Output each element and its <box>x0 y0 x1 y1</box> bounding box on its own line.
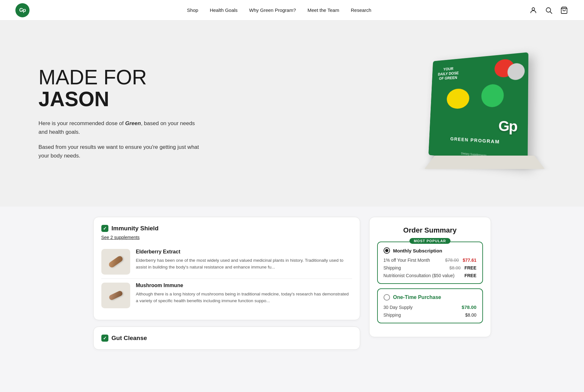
monthly-row-3-label: Nutritionist Consultation ($50 value) <box>384 273 455 278</box>
elderberry-capsule-icon <box>108 255 124 268</box>
hero-desc-2: Based from your results we want to ensur… <box>38 143 205 160</box>
gut-cleanse-title: Gut Cleanse <box>112 335 147 342</box>
monthly-row-2: Shipping $8.00 FREE <box>384 265 477 270</box>
monthly-plan-header: Monthly Subscription <box>384 247 477 254</box>
elderberry-name: Elderberry Extract <box>136 249 352 255</box>
onetime-radio[interactable] <box>384 294 390 301</box>
monthly-row-2-label: Shipping <box>384 265 401 270</box>
onetime-row-1: 30 Day Supply $78.00 <box>384 304 477 310</box>
product-box: YOURDAILY DOSEOF GREEN Gp GREEN PROGRAM … <box>428 52 529 165</box>
box-brand-name: GREEN PROGRAM <box>450 136 500 145</box>
order-summary: Order Summary MOST POPULAR Monthly Subsc… <box>369 217 491 337</box>
monthly-row-1-prices: $78.00 $77.61 <box>445 258 477 263</box>
immunity-shield-title: Immunity Shield <box>112 225 159 232</box>
onetime-row-1-price: $78.00 <box>462 304 477 310</box>
onetime-row-2-label: Shipping <box>384 312 401 318</box>
immunity-shield-card: Immunity Shield See 2 supplements Elderb… <box>93 217 360 320</box>
header-icons <box>529 6 569 15</box>
elderberry-item: Elderberry Extract Elderberry has been o… <box>101 245 352 278</box>
cart-icon[interactable] <box>560 6 569 15</box>
mushroom-capsule-icon <box>108 290 123 301</box>
box-logo: Gp <box>498 118 517 135</box>
logo[interactable]: Gp <box>15 3 30 17</box>
onetime-row-1-label: 30 Day Supply <box>384 305 413 310</box>
gut-cleanse-checkbox[interactable] <box>101 335 108 342</box>
product-shadow <box>424 156 545 169</box>
svg-line-2 <box>550 12 552 13</box>
monthly-shipping-free: FREE <box>464 265 476 270</box>
account-icon[interactable] <box>529 6 538 15</box>
monthly-plan-name: Monthly Subscription <box>393 248 442 253</box>
onetime-plan[interactable]: One-Time Purchase 30 Day Supply $78.00 S… <box>377 288 483 323</box>
immunity-shield-header: Immunity Shield <box>101 225 352 232</box>
elderberry-desc: Elderberry has been one of the most wide… <box>136 257 352 271</box>
nav-item-shop[interactable]: Shop <box>187 7 198 13</box>
mushroom-thumb <box>101 283 130 308</box>
hero-desc-1: Here is your recommended dose of Green, … <box>38 120 195 135</box>
monthly-discounted-price: $77.61 <box>463 258 477 263</box>
monthly-radio[interactable] <box>384 247 390 254</box>
mushroom-desc: Although there is a long history of mush… <box>136 291 352 304</box>
blob-yellow <box>446 88 470 109</box>
see-supplements-link[interactable]: See 2 supplements <box>101 235 140 240</box>
hero-brand-name: Green <box>125 120 141 126</box>
logo-text: Gp <box>19 7 26 13</box>
blob-green <box>481 84 504 107</box>
hero-title-bold: JASON <box>38 89 205 110</box>
monthly-row-1-label: 1% off Your First Month <box>384 258 430 263</box>
immunity-shield-checkbox[interactable] <box>101 225 108 232</box>
main-nav: Shop Health Goals Why Green Program? Mee… <box>187 7 371 13</box>
monthly-row-2-prices: $8.00 FREE <box>449 265 476 270</box>
hero-title: MADE FOR JASON <box>38 67 205 110</box>
monthly-shipping-original: $8.00 <box>449 265 461 270</box>
monthly-original-price: $78.00 <box>445 258 459 263</box>
nav-item-why-green[interactable]: Why Green Program? <box>249 7 296 13</box>
monthly-row-3: Nutritionist Consultation ($50 value) FR… <box>384 273 477 278</box>
nav-item-health-goals[interactable]: Health Goals <box>210 7 238 13</box>
onetime-plan-name: One-Time Purchase <box>393 294 441 300</box>
hero-title-light: MADE FOR <box>38 66 147 89</box>
hero-text: MADE FOR JASON Here is your recommended … <box>38 67 205 160</box>
monthly-consult-free: FREE <box>464 273 476 278</box>
onetime-row-2-price: $8.00 <box>465 312 476 318</box>
box-top-text: YOURDAILY DOSEOF GREEN <box>438 66 459 81</box>
svg-point-0 <box>532 8 535 10</box>
search-icon[interactable] <box>544 6 553 15</box>
onetime-row-2: Shipping $8.00 <box>384 312 477 318</box>
hero-section: MADE FOR JASON Here is your recommended … <box>0 21 584 207</box>
order-summary-title: Order Summary <box>377 226 483 234</box>
onetime-plan-header: One-Time Purchase <box>384 294 477 301</box>
monthly-row-1: 1% off Your First Month $78.00 $77.61 <box>384 258 477 263</box>
nav-item-research[interactable]: Research <box>351 7 371 13</box>
elderberry-info: Elderberry Extract Elderberry has been o… <box>136 249 352 271</box>
hero-description: Here is your recommended dose of Green, … <box>38 119 205 160</box>
most-popular-badge: MOST POPULAR <box>409 238 451 244</box>
main-content: Immunity Shield See 2 supplements Elderb… <box>68 207 517 360</box>
mushroom-name: Mushroom Immune <box>136 283 352 288</box>
mushroom-item: Mushroom Immune Although there is a long… <box>101 278 352 312</box>
header: Gp Shop Health Goals Why Green Program? … <box>0 0 584 21</box>
gut-cleanse-card: Gut Cleanse <box>93 327 360 350</box>
right-column: Order Summary MOST POPULAR Monthly Subsc… <box>369 217 491 337</box>
monthly-plan[interactable]: MOST POPULAR Monthly Subscription 1% off… <box>377 242 483 284</box>
elderberry-thumb <box>101 249 130 275</box>
gut-cleanse-header: Gut Cleanse <box>101 335 352 342</box>
mushroom-info: Mushroom Immune Although there is a long… <box>136 283 352 304</box>
nav-item-meet-team[interactable]: Meet the Team <box>308 7 339 13</box>
hero-product: YOURDAILY DOSEOF GREEN Gp GREEN PROGRAM … <box>392 46 546 181</box>
left-column: Immunity Shield See 2 supplements Elderb… <box>93 217 360 350</box>
